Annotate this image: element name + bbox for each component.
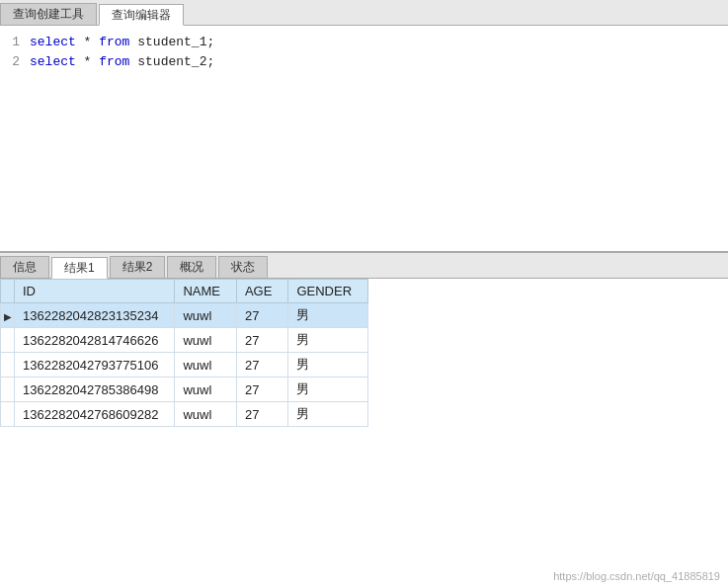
results-table: ID NAME AGE GENDER 1362282042823135234wu… xyxy=(0,279,368,427)
table-row[interactable]: 1362282042785386498wuwl27男 xyxy=(1,378,368,402)
watermark: https://blog.csdn.net/qq_41885819 xyxy=(553,570,720,582)
table-row[interactable]: 1362282042793775106wuwl27男 xyxy=(1,353,368,378)
cell-id: 1362282042768609282 xyxy=(15,402,175,427)
table-row[interactable]: 1362282042814746626wuwl27男 xyxy=(1,328,368,353)
tab-overview[interactable]: 概况 xyxy=(167,256,216,278)
cell-name: wuwl xyxy=(175,378,237,402)
cell-id: 1362282042785386498 xyxy=(15,378,175,402)
cell-name: wuwl xyxy=(175,353,237,378)
cell-id: 1362282042823135234 xyxy=(15,303,175,328)
tab-result1[interactable]: 结果1 xyxy=(51,257,108,279)
tab-info[interactable]: 信息 xyxy=(0,256,49,278)
cell-age: 27 xyxy=(236,303,287,328)
tab-status[interactable]: 状态 xyxy=(218,256,268,278)
table-row[interactable]: 1362282042823135234wuwl27男 xyxy=(1,303,368,328)
cell-gender: 男 xyxy=(288,353,368,378)
row-indicator xyxy=(1,303,15,328)
cell-age: 27 xyxy=(236,402,287,427)
line-code-2: select * from student_2; xyxy=(30,54,214,69)
main-content: 1 select * from student_1; 2 select * fr… xyxy=(0,26,728,588)
tab-query-builder[interactable]: 查询创建工具 xyxy=(0,3,97,25)
row-indicator xyxy=(1,378,15,402)
col-gender: GENDER xyxy=(288,280,368,303)
cell-name: wuwl xyxy=(175,402,237,427)
cell-gender: 男 xyxy=(288,303,368,328)
line-code-1: select * from student_1; xyxy=(30,35,214,49)
cell-id: 1362282042793775106 xyxy=(15,353,175,378)
table-header-row: ID NAME AGE GENDER xyxy=(1,280,368,303)
row-indicator xyxy=(1,353,15,378)
col-age: AGE xyxy=(236,280,287,303)
table-row[interactable]: 1362282042768609282wuwl27男 xyxy=(1,402,368,427)
table-body: 1362282042823135234wuwl27男13622820428147… xyxy=(1,303,368,427)
sql-editor[interactable]: 1 select * from student_1; 2 select * fr… xyxy=(0,26,728,253)
cell-name: wuwl xyxy=(175,328,237,353)
row-indicator xyxy=(1,328,15,353)
col-indicator xyxy=(1,280,15,303)
cell-id: 1362282042814746626 xyxy=(15,328,175,353)
col-id: ID xyxy=(15,280,175,303)
code-line-2: 2 select * from student_2; xyxy=(0,51,728,71)
tab-result2[interactable]: 结果2 xyxy=(110,256,166,278)
cell-age: 27 xyxy=(236,378,287,402)
cell-gender: 男 xyxy=(288,328,368,353)
line-number-1: 1 xyxy=(0,35,30,49)
top-tab-bar: 查询创建工具 查询编辑器 xyxy=(0,0,728,26)
bottom-tab-bar: 信息 结果1 结果2 概况 状态 xyxy=(0,253,728,279)
results-area: ID NAME AGE GENDER 1362282042823135234wu… xyxy=(0,279,728,588)
cell-age: 27 xyxy=(236,328,287,353)
cell-age: 27 xyxy=(236,353,287,378)
row-indicator xyxy=(1,402,15,427)
col-name: NAME xyxy=(175,280,237,303)
cell-gender: 男 xyxy=(288,402,368,427)
cell-name: wuwl xyxy=(175,303,237,328)
code-line-1: 1 select * from student_1; xyxy=(0,32,728,51)
cell-gender: 男 xyxy=(288,378,368,402)
tab-query-editor[interactable]: 查询编辑器 xyxy=(99,4,184,26)
line-number-2: 2 xyxy=(0,54,30,69)
